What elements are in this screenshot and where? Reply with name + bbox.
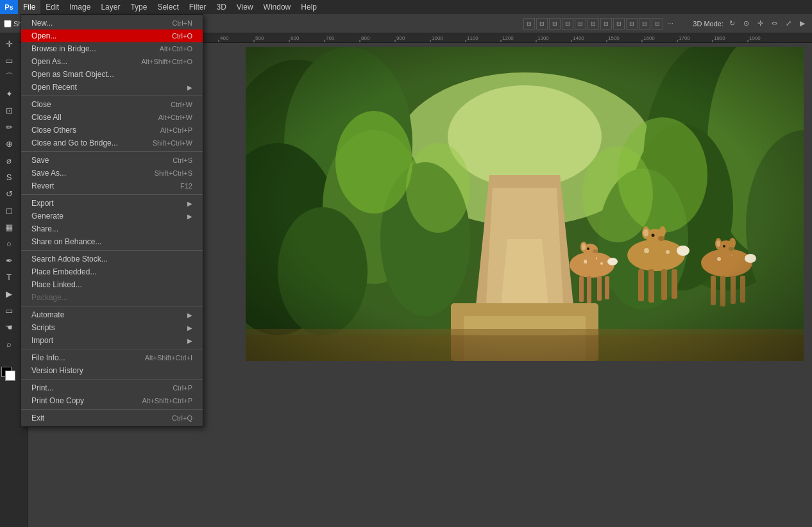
transform-controls-checkbox[interactable]: [4, 20, 12, 28]
menu-item-share[interactable]: Share...: [21, 222, 203, 235]
menu-window[interactable]: Window: [258, 0, 296, 14]
menu-edit[interactable]: Edit: [40, 0, 64, 14]
menu-item-open-smart[interactable]: Open as Smart Object...: [21, 68, 203, 81]
menu-item-browse-label: Browse in Bridge...: [31, 44, 147, 53]
eraser-tool[interactable]: ◻: [1, 203, 17, 218]
move-tool[interactable]: ✛: [1, 36, 17, 51]
menu-item-behance[interactable]: Share on Behance...: [21, 235, 203, 248]
scripts-arrow-icon: ▶: [187, 324, 192, 331]
menu-type[interactable]: Type: [125, 0, 152, 14]
menu-layer[interactable]: Layer: [96, 0, 125, 14]
menu-item-open-smart-label: Open as Smart Object...: [31, 70, 180, 79]
3d-scale-icon[interactable]: ⤢: [782, 18, 794, 29]
pen-tool[interactable]: ✒: [1, 253, 17, 268]
menu-item-import[interactable]: Import ▶: [21, 334, 203, 347]
menu-file[interactable]: File: [18, 0, 40, 14]
menu-item-share-label: Share...: [31, 224, 180, 233]
menu-item-close[interactable]: Close Ctrl+W: [21, 98, 203, 111]
open-recent-arrow-icon: ▶: [187, 84, 192, 91]
distribute2-icon[interactable]: ⊟: [613, 18, 625, 29]
3d-roll-icon[interactable]: ⊙: [740, 18, 752, 29]
menu-item-revert[interactable]: Revert F12: [21, 180, 203, 192]
menu-item-file-info[interactable]: File Info... Alt+Shift+Ctrl+I: [21, 351, 203, 364]
menu-item-scripts[interactable]: Scripts ▶: [21, 321, 203, 334]
type-tool[interactable]: T: [1, 269, 17, 285]
menu-item-open-recent-label: Open Recent: [31, 83, 187, 92]
hand-tool[interactable]: ☚: [1, 319, 17, 335]
menu-select[interactable]: Select: [152, 0, 183, 14]
distribute3-icon[interactable]: ⊟: [626, 18, 638, 29]
menu-item-print[interactable]: Print... Ctrl+P: [21, 381, 203, 394]
export-arrow-icon: ▶: [187, 200, 192, 207]
align-middle-icon[interactable]: ⊟: [575, 18, 586, 29]
separator-5: [21, 306, 203, 306]
3d-mode-label: 3D Mode:: [693, 20, 723, 28]
gradient-tool[interactable]: ▦: [1, 219, 17, 235]
crop-tool[interactable]: ⊡: [1, 103, 17, 118]
magic-wand-tool[interactable]: ✦: [1, 86, 17, 101]
menu-item-open-as-shortcut: Alt+Shift+Ctrl+O: [141, 58, 192, 65]
svg-text:1100: 1100: [467, 35, 478, 41]
3d-pan-icon[interactable]: ✛: [754, 18, 766, 29]
menu-item-version-history[interactable]: Version History: [21, 364, 203, 377]
menu-item-close-others[interactable]: Close Others Alt+Ctrl+P: [21, 124, 203, 137]
menu-item-open[interactable]: Open... Ctrl+O: [21, 29, 203, 42]
menu-item-place-embedded[interactable]: Place Embedded...: [21, 265, 203, 278]
menu-item-exit[interactable]: Exit Ctrl+Q: [21, 412, 203, 424]
align-right-icon[interactable]: ⊟: [549, 18, 561, 29]
menu-item-open-as[interactable]: Open As... Alt+Shift+Ctrl+O: [21, 55, 203, 68]
menu-item-generate[interactable]: Generate ▶: [21, 210, 203, 222]
menu-item-place-linked-label: Place Linked...: [31, 280, 180, 289]
menu-item-close-go-label: Close and Go to Bridge...: [31, 138, 140, 147]
menu-item-place-linked[interactable]: Place Linked...: [21, 278, 203, 291]
align-center-icon[interactable]: ⊟: [536, 18, 548, 29]
menu-item-open-recent[interactable]: Open Recent ▶: [21, 81, 203, 94]
dodge-tool[interactable]: ○: [1, 236, 17, 251]
menu-item-close-all[interactable]: Close All Alt+Ctrl+W: [21, 111, 203, 124]
brush-tool[interactable]: ⌀: [1, 153, 17, 168]
healing-brush-tool[interactable]: ⊕: [1, 136, 17, 151]
distribute-icon[interactable]: ⊟: [600, 18, 612, 29]
align-bottom-icon[interactable]: ⊟: [588, 18, 599, 29]
menu-item-print-one[interactable]: Print One Copy Alt+Shift+Ctrl+P: [21, 394, 203, 407]
menu-filter[interactable]: Filter: [184, 0, 212, 14]
history-brush-tool[interactable]: ↺: [1, 186, 17, 201]
menu-item-save-as-label: Save As...: [31, 169, 142, 178]
menu-item-export[interactable]: Export ▶: [21, 197, 203, 210]
align-top-icon[interactable]: ⊟: [562, 18, 573, 29]
menu-item-close-others-shortcut: Alt+Ctrl+P: [160, 126, 192, 134]
menu-view[interactable]: View: [232, 0, 258, 14]
menu-item-save[interactable]: Save Ctrl+S: [21, 154, 203, 167]
zoom-tool[interactable]: ⌕: [1, 336, 17, 351]
menu-item-browse[interactable]: Browse in Bridge... Alt+Ctrl+O: [21, 42, 203, 55]
distribute4-icon[interactable]: ⊟: [639, 18, 650, 29]
menu-item-close-go[interactable]: Close and Go to Bridge... Shift+Ctrl+W: [21, 137, 203, 149]
menu-item-search-stock[interactable]: Search Adobe Stock...: [21, 253, 203, 265]
lasso-tool[interactable]: ⌒: [1, 69, 17, 85]
svg-text:1300: 1300: [537, 35, 549, 41]
foreground-color-swatch[interactable]: [1, 367, 17, 382]
generate-arrow-icon: ▶: [187, 213, 192, 220]
menu-item-file-info-shortcut: Alt+Shift+Ctrl+I: [145, 354, 192, 362]
align-left-icon[interactable]: ⊟: [523, 18, 535, 29]
more-options-icon[interactable]: ⋯: [664, 20, 676, 27]
clone-stamp-tool[interactable]: S: [1, 169, 17, 185]
canvas-image-svg: [246, 47, 804, 361]
rectangular-marquee-tool[interactable]: ▭: [1, 53, 17, 68]
3d-slide-icon[interactable]: ⇔: [768, 18, 780, 29]
3d-video-icon[interactable]: ▶: [797, 18, 808, 29]
rectangle-tool[interactable]: ▭: [1, 303, 17, 318]
menu-3d[interactable]: 3D: [211, 0, 231, 14]
menu-item-open-shortcut: Ctrl+O: [172, 32, 192, 40]
file-dropdown-menu: New... Ctrl+N Open... Ctrl+O Browse in B…: [21, 14, 203, 427]
menu-item-automate[interactable]: Automate ▶: [21, 308, 203, 321]
svg-text:1000: 1000: [432, 35, 443, 41]
menu-image[interactable]: Image: [64, 0, 96, 14]
distribute5-icon[interactable]: ⊟: [652, 18, 663, 29]
menu-item-new[interactable]: New... Ctrl+N: [21, 17, 203, 29]
menu-help[interactable]: Help: [296, 0, 322, 14]
eyedropper-tool[interactable]: ✏: [1, 119, 17, 135]
3d-rotate-icon[interactable]: ↻: [726, 18, 738, 29]
menu-item-save-as[interactable]: Save As... Shift+Ctrl+S: [21, 167, 203, 180]
path-selection-tool[interactable]: ▶: [1, 286, 17, 301]
